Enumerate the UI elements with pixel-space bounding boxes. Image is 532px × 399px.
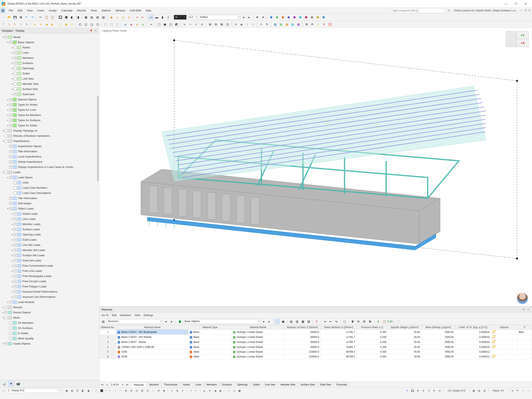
mat-tb-icon[interactable]: ▦ [300, 319, 305, 324]
sb-icon[interactable]: ≣ [175, 388, 180, 393]
mat-tb-icon[interactable]: ⇆ [334, 319, 339, 324]
assistant-avatar[interactable] [517, 293, 528, 304]
menu-file[interactable]: File [7, 8, 15, 13]
tb-icon[interactable]: ✂ [38, 15, 43, 20]
tb-icon[interactable]: ▶ [50, 22, 55, 27]
tree-node[interactable]: ▸Free Polygon Loads [0, 284, 99, 289]
sb-icon[interactable]: ≡ [170, 388, 174, 393]
edit-icon[interactable] [492, 355, 496, 358]
menu-window[interactable]: Window [114, 8, 127, 13]
menu-tools[interactable]: Tools [89, 8, 99, 13]
sb-icon[interactable]: ▤ [477, 388, 481, 393]
tb-icon[interactable]: ◆ [109, 15, 114, 20]
sb-icon[interactable]: ◎ [437, 388, 442, 393]
tree-node[interactable]: Units [0, 180, 99, 185]
mat-fx3-icon[interactable]: fx [368, 319, 373, 324]
tree-node[interactable]: ▸Display Topology on [0, 128, 99, 133]
sb-icon[interactable]: ◀ [213, 388, 217, 393]
maximize-button[interactable]: ☐ [511, 1, 520, 7]
tree-node[interactable]: ▸Special Objects [0, 97, 99, 102]
tb-icon[interactable]: ⤵ [7, 22, 12, 27]
tree-node[interactable]: ▸Types for Nodes [0, 102, 99, 107]
tree-node[interactable]: ▸Nodal Loads [0, 211, 99, 216]
sb-icon[interactable]: ▦ [472, 388, 476, 393]
panel-restore-icon[interactable]: ❐ [522, 308, 525, 311]
mat-tab[interactable]: Solid Sets [317, 382, 334, 387]
nav-tab-views-icon[interactable]: 📹 [15, 381, 21, 386]
tb-icon[interactable]: ▧ [101, 15, 106, 20]
tree-node[interactable]: ▾Basic Objects [0, 40, 99, 45]
tb-icon[interactable]: 🚫 [327, 22, 332, 27]
tb-icon[interactable]: ⬚ [115, 22, 120, 27]
sb-icon[interactable]: ⇠ [194, 388, 198, 393]
sb-icon[interactable]: ⊞ [482, 388, 487, 393]
sb-icon[interactable]: ▦ [64, 388, 69, 393]
tb-icon[interactable]: ▣ [162, 22, 167, 27]
tb-icon[interactable]: ◳ [95, 22, 100, 27]
tree-node[interactable]: ▸Openings [0, 66, 99, 71]
tree-node[interactable]: Local Imperfections [0, 154, 99, 159]
sb-icon[interactable]: ⋮ [113, 388, 117, 393]
tb-icon[interactable]: ◱ [83, 22, 88, 27]
tb-icon[interactable]: ⬢ [310, 15, 314, 20]
mat-tb-icon[interactable]: 0,00 [387, 319, 392, 324]
tb-icon[interactable]: 🔳 [63, 15, 69, 20]
tb-icon[interactable]: ⬢ [298, 15, 303, 20]
tb-icon[interactable]: ▦ [83, 15, 88, 20]
tb-icon[interactable]: ▢ [58, 22, 63, 27]
tb-icon[interactable]: ⫻ [200, 22, 204, 27]
close-button[interactable]: ✕ [521, 1, 530, 7]
tb-icon[interactable]: ⬙ [123, 22, 128, 27]
mat-structure-combo[interactable]: Structure [106, 319, 163, 324]
tb-icon[interactable]: ◧ [70, 15, 74, 20]
tree-node[interactable]: ▸Lines [0, 50, 99, 55]
sb-icon[interactable]: ▶ [218, 388, 223, 393]
tree-node[interactable]: ▸Line Set Loads [0, 242, 99, 247]
tree-node[interactable]: Self-weight [0, 201, 99, 206]
tb-icon[interactable]: ▮ [160, 15, 165, 20]
tree-node[interactable]: On Members [0, 320, 99, 325]
mat-tab[interactable]: Members [204, 382, 220, 387]
prev-icon[interactable]: ◂ [241, 15, 246, 20]
load-case-combo[interactable]: LC2 [187, 15, 198, 19]
mat-tb-icon[interactable]: 📋 [381, 319, 386, 324]
sb-icon[interactable]: ⬛ [99, 388, 104, 393]
tb-icon[interactable]: 🔲 [58, 15, 63, 20]
sb-icon[interactable]: ⇢ [189, 388, 193, 393]
tree-node[interactable]: ▸Types for Solids [0, 123, 99, 128]
table-row[interactable]: 3 Beton C30/37 - Decke Basic Isotropic |… [100, 340, 532, 345]
sb-icon[interactable]: ▥ [70, 388, 74, 393]
sb-icon[interactable]: ☰ [75, 388, 80, 393]
sb-icon[interactable]: ⊕ [416, 388, 420, 393]
mat-tb-icon[interactable]: ▢ [342, 319, 347, 324]
tree-node[interactable]: ▸Imposed Line Deformations [0, 294, 99, 299]
sb-icon[interactable]: ◨ [86, 388, 90, 393]
sb-icon[interactable]: ⇲ [510, 388, 514, 393]
tree-node[interactable]: Mesh Quality [0, 336, 99, 341]
search-icon[interactable]: 🔍 [447, 8, 451, 13]
tb-icon[interactable]: ⬢ [304, 15, 309, 20]
table-row[interactable]: 5 S355 Steel Isotropic | Linear Elastic … [100, 349, 532, 354]
sb-icon[interactable]: ⟲ [426, 388, 431, 393]
navigator-tree[interactable]: ▾Model▾Basic Objects▸Nodes▸Lines▸Members… [0, 34, 99, 380]
tree-node[interactable]: ▸Types for Members [0, 112, 99, 118]
tb-icon[interactable]: ◫ [168, 22, 173, 27]
tb-icon[interactable]: ⊡ [225, 22, 230, 27]
tree-node[interactable]: ▸Member Set Loads [0, 247, 99, 253]
menu-view[interactable]: View [25, 8, 35, 13]
tree-node[interactable]: ▸Line Sets [0, 76, 99, 81]
tb-icon[interactable]: ⫽ [194, 22, 199, 27]
tree-node[interactable]: ▾Model [0, 34, 99, 40]
mat-tab[interactable]: Thicknesses [161, 382, 180, 387]
tb-icon[interactable]: ✎ [13, 22, 18, 27]
app-menu-icon[interactable]: ▦ [1, 8, 5, 13]
tree-scrollbar[interactable] [97, 96, 99, 181]
next-icon[interactable]: ▸ [267, 319, 272, 324]
tree-node[interactable]: Load Case Numbers [0, 185, 99, 190]
tree-node[interactable]: ▸Free Concentrated Loads [0, 263, 99, 268]
mat-tb-icon[interactable]: 🖩 [350, 319, 355, 324]
tb-icon[interactable]: ◨ [75, 15, 80, 20]
table-row[interactable]: 1 Beton C30/37 - WU Bodenplatte Basic Is… [100, 329, 532, 335]
tb-icon[interactable]: ⋯ [251, 22, 256, 27]
mat-tb-icon[interactable]: ⇤ [328, 319, 333, 324]
